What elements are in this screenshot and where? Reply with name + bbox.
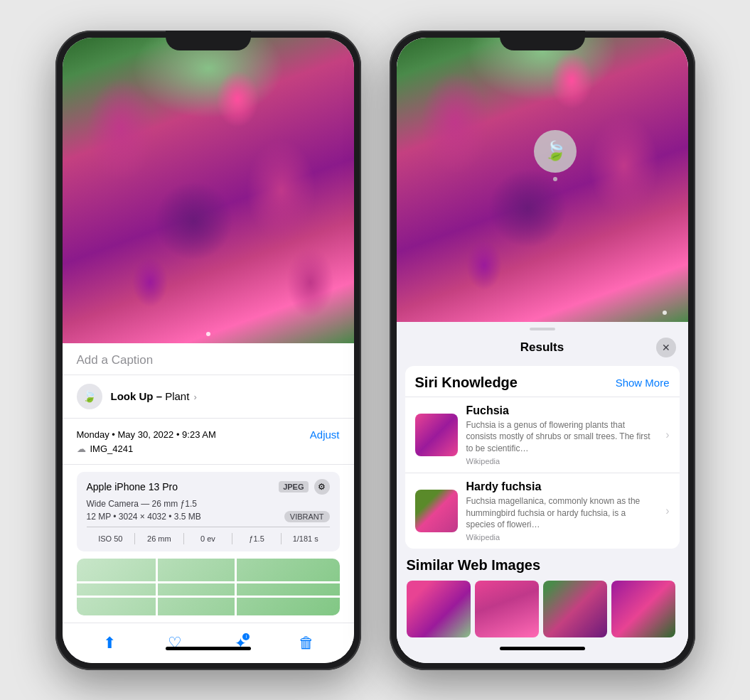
exif-iso: ISO 50 — [87, 533, 136, 544]
camera-top-row: Apple iPhone 13 Pro JPEG ⚙ — [87, 479, 330, 495]
cloud-icon: ☁ — [77, 443, 86, 454]
hardy-fuchsia-content: Hardy fuchsia Fuchsia magellanica, commo… — [466, 480, 658, 542]
hardy-fuchsia-source: Wikipedia — [466, 533, 658, 542]
camera-info-section: Apple iPhone 13 Pro JPEG ⚙ Wide Camera —… — [77, 472, 340, 551]
map-road-horizontal-2 — [77, 596, 340, 598]
trash-icon: 🗑 — [299, 634, 314, 652]
map-thumbnail[interactable] — [77, 559, 340, 615]
photo-info-section: Monday • May 30, 2022 • 9:23 AM Adjust ☁… — [63, 419, 354, 465]
siri-bubble-dot — [553, 177, 557, 181]
settings-icon[interactable]: ⚙ — [314, 479, 330, 495]
siri-visual-lookup-bubble[interactable]: 🍃 — [534, 130, 577, 173]
show-more-button[interactable]: Show More — [616, 377, 670, 389]
lens-detail: Wide Camera — 26 mm ƒ1.5 — [87, 499, 330, 509]
lookup-text-bold: Look Up – Plant — [111, 390, 193, 402]
photo-image[interactable] — [63, 38, 354, 343]
caption-area[interactable]: Add a Caption — [63, 343, 354, 375]
exif-focal: 26 mm — [135, 533, 184, 544]
similar-image-1[interactable] — [407, 581, 471, 637]
knowledge-item-fuchsia[interactable]: Fuchsia Fuchsia is a genus of flowering … — [405, 397, 680, 473]
delete-button[interactable]: 🗑 — [294, 630, 319, 656]
fuchsia-thumbnail — [415, 414, 458, 456]
right-volume-up-button[interactable] — [390, 144, 390, 169]
similar-images-grid — [407, 581, 678, 637]
format-badge: JPEG — [279, 481, 308, 492]
share-icon: ⬆ — [103, 634, 116, 652]
adjust-button[interactable]: Adjust — [310, 429, 340, 441]
sheet-handle[interactable] — [530, 328, 555, 330]
vibrant-badge: VIBRANT — [284, 511, 330, 522]
info-button[interactable]: ✦i — [228, 630, 254, 656]
lookup-icon-wrap: 🍃 — [77, 384, 102, 409]
fuchsia-chevron-icon: › — [665, 429, 669, 441]
knowledge-item-hardy-fuchsia[interactable]: Hardy fuchsia Fuchsia magellanica, commo… — [405, 473, 680, 549]
right-home-indicator — [500, 647, 585, 650]
home-indicator — [166, 647, 251, 650]
siri-knowledge-title: Siri Knowledge — [415, 375, 518, 391]
page-indicator-dot — [206, 332, 210, 336]
similar-image-3[interactable] — [543, 581, 607, 637]
exif-shutter: 1/181 s — [282, 533, 330, 544]
siri-knowledge-section: Siri Knowledge Show More Fuchsia Fuchsia… — [405, 366, 680, 549]
map-road-horizontal — [77, 581, 340, 583]
right-page-indicator — [663, 311, 667, 315]
filename-text: IMG_4241 — [90, 443, 134, 454]
similar-image-2[interactable] — [475, 581, 539, 637]
hardy-fuchsia-name: Hardy fuchsia — [466, 480, 658, 493]
map-road-vertical — [156, 559, 158, 615]
right-phone-screen: 🍃 Results ✕ — [397, 38, 688, 663]
mp-text: 12 MP • 3024 × 4032 • 3.5 MB — [87, 512, 201, 522]
exif-ev: 0 ev — [184, 533, 233, 544]
camera-badges: JPEG ⚙ — [279, 479, 329, 495]
power-button[interactable] — [360, 162, 361, 205]
map-road-vertical-2 — [235, 559, 237, 615]
date-row: Monday • May 30, 2022 • 9:23 AM Adjust — [77, 429, 340, 441]
right-phone-frame: 🍃 Results ✕ — [390, 31, 695, 670]
fuchsia-name: Fuchsia — [466, 404, 658, 417]
left-phone-frame: Add a Caption 🍃 Look Up – Plant › — [55, 31, 361, 670]
exif-aperture: ƒ1.5 — [232, 533, 282, 544]
camera-name: Apple iPhone 13 Pro — [87, 481, 178, 492]
fuchsia-source: Wikipedia — [466, 457, 658, 465]
volume-down-button[interactable] — [55, 180, 56, 205]
similar-images-section: Similar Web Images — [397, 557, 688, 646]
date-text: Monday • May 30, 2022 • 9:23 AM — [77, 429, 216, 440]
lookup-label: Look Up – Plant › — [111, 390, 197, 403]
hardy-fuchsia-description: Fuchsia magellanica, commonly known as t… — [466, 495, 658, 531]
lookup-row[interactable]: 🍃 Look Up – Plant › — [63, 375, 354, 419]
photo-overlay — [63, 38, 354, 343]
left-screen-content: Add a Caption 🍃 Look Up – Plant › — [63, 38, 354, 663]
caption-placeholder-text: Add a Caption — [77, 353, 154, 367]
bottom-toolbar: ⬆ ♡ ✦i 🗑 — [63, 623, 354, 663]
hardy-fuchsia-thumbnail — [415, 490, 458, 532]
right-screen-content: 🍃 Results ✕ — [397, 38, 688, 663]
similar-image-4[interactable] — [611, 581, 675, 637]
left-phone-screen: Add a Caption 🍃 Look Up – Plant › — [63, 38, 354, 663]
exif-row: ISO 50 26 mm 0 ev ƒ1.5 1/181 s — [87, 527, 330, 544]
mp-row: 12 MP • 3024 × 4032 • 3.5 MB VIBRANT — [87, 511, 330, 522]
results-sheet: Results ✕ Siri Knowledge Show More — [397, 322, 688, 663]
siri-leaf-icon: 🍃 — [544, 140, 567, 162]
fuchsia-content: Fuchsia Fuchsia is a genus of flowering … — [466, 404, 658, 465]
similar-images-title: Similar Web Images — [407, 557, 678, 574]
share-button[interactable]: ⬆ — [97, 630, 122, 656]
filename-row: ☁ IMG_4241 — [77, 443, 340, 454]
close-icon: ✕ — [662, 342, 670, 353]
knowledge-header: Siri Knowledge Show More — [405, 366, 680, 397]
favorite-button[interactable]: ♡ — [162, 630, 188, 656]
right-volume-down-button[interactable] — [390, 180, 390, 205]
volume-up-button[interactable] — [55, 144, 56, 169]
fuchsia-description: Fuchsia is a genus of flowering plants t… — [466, 419, 658, 455]
lookup-chevron-icon: › — [194, 392, 197, 402]
close-button[interactable]: ✕ — [656, 338, 676, 357]
phones-container: Add a Caption 🍃 Look Up – Plant › — [55, 31, 695, 670]
right-photo-image[interactable]: 🍃 — [397, 38, 688, 322]
right-photo-overlay — [397, 38, 688, 322]
right-power-button[interactable] — [695, 162, 695, 205]
leaf-icon: 🍃 — [82, 389, 97, 403]
results-header: Results ✕ — [397, 338, 688, 366]
results-title: Results — [520, 340, 564, 355]
hardy-fuchsia-chevron-icon: › — [665, 505, 669, 517]
